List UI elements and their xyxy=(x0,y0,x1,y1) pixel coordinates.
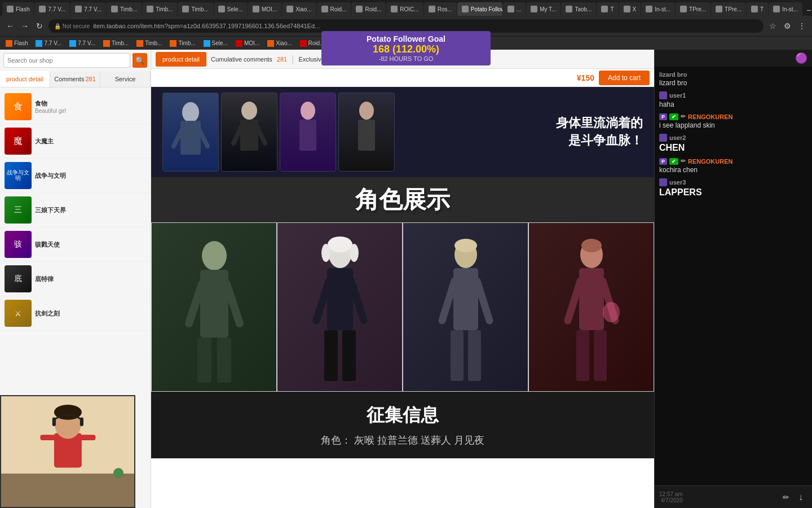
tab-8[interactable]: Xiao... xyxy=(282,2,316,16)
product-detail-button[interactable]: product detail xyxy=(156,52,206,67)
sidebar-game-item[interactable]: 魔 大魔主 xyxy=(0,124,151,159)
tab-label: Xiao... xyxy=(295,6,311,12)
tab-label: Taob... xyxy=(575,6,592,12)
tab-17[interactable]: T xyxy=(597,2,618,16)
chat-panel: 🟣 lizard bro lizard bro user1 xyxy=(654,50,812,508)
chat-edit-button[interactable]: ✏ xyxy=(783,493,789,502)
minimize-button[interactable]: − xyxy=(803,5,812,16)
section-title-display: 角色展示 xyxy=(151,177,654,222)
svg-line-7 xyxy=(257,126,265,143)
chat-username: lizard bro xyxy=(659,71,807,78)
tab-10[interactable]: Roid... xyxy=(351,2,386,16)
tab-12[interactable]: Ros... xyxy=(424,2,457,16)
add-to-cart-button[interactable]: Add to cart xyxy=(599,71,650,85)
follower-goal-title: Potato Follower Goal xyxy=(333,34,479,43)
reload-button[interactable]: ↻ xyxy=(34,20,45,32)
game-info: 食物 Beautiful girl xyxy=(35,99,146,114)
back-button[interactable]: ← xyxy=(5,20,16,32)
bookmark-4[interactable]: Timb... xyxy=(133,38,165,49)
forward-button[interactable]: → xyxy=(19,20,30,32)
tab-label: 7.7 V... xyxy=(84,6,102,12)
svg-rect-33 xyxy=(468,330,481,381)
tab-4[interactable]: Timb... xyxy=(142,2,177,16)
sidebar-game-item[interactable]: 三 三娘下天界 xyxy=(0,193,151,227)
sidebar-game-item[interactable]: ⚔ 抗剑之刻 xyxy=(0,296,151,331)
tab-favicon xyxy=(429,6,435,12)
svg-rect-32 xyxy=(451,330,464,381)
subscriber-badge xyxy=(659,178,667,186)
tab-19[interactable]: In-st... xyxy=(641,2,675,16)
menu-button[interactable]: ⋮ xyxy=(796,20,807,32)
tab-label: Roid... xyxy=(330,6,347,12)
bookmark-7[interactable]: MOI... xyxy=(232,38,263,49)
tab-1[interactable]: 7.7 V... xyxy=(34,2,70,16)
tab-11[interactable]: ROIC... xyxy=(386,2,423,16)
sidebar-nav-service[interactable]: Service xyxy=(100,71,151,87)
tab-3[interactable]: Timb... xyxy=(107,2,142,16)
sidebar-nav-service-label: Service xyxy=(115,76,136,82)
sidebar-game-item[interactable]: 底 底特律 xyxy=(0,262,151,296)
svg-rect-5 xyxy=(240,120,258,151)
character-display xyxy=(162,93,395,172)
sidebar-game-item[interactable]: 食 食物 Beautiful girl xyxy=(0,90,151,124)
game-name: 战争与文明 xyxy=(35,172,146,180)
tab-favicon xyxy=(75,6,82,12)
bookmark-6[interactable]: Sele... xyxy=(200,38,231,49)
bookmark-button[interactable]: ☆ xyxy=(767,20,778,32)
tab-favicon xyxy=(531,6,537,12)
tab-14[interactable]: ... xyxy=(503,2,526,16)
bookmark-5[interactable]: Timb... xyxy=(166,38,198,49)
bookmark-8[interactable]: Xiao... xyxy=(264,38,295,49)
svg-point-20 xyxy=(321,244,330,262)
bookmark-3[interactable]: Timb... xyxy=(100,38,132,49)
tab-label: T xyxy=(610,6,614,12)
tab-active[interactable]: Potato Follower Goa... × xyxy=(457,2,502,16)
subscriber-badge xyxy=(659,91,667,99)
tab-5[interactable]: Timb... xyxy=(178,2,213,16)
tab-6[interactable]: Sele... xyxy=(214,2,248,16)
chat-scroll-button[interactable]: ↓ xyxy=(794,491,807,504)
tab-15[interactable]: My T... xyxy=(526,2,561,16)
game-info: 抗剑之刻 xyxy=(35,309,146,318)
bookmark-2[interactable]: 7.7 V... xyxy=(66,38,99,49)
chat-message: user2 CHEN xyxy=(659,134,807,153)
tab-favicon xyxy=(646,6,652,12)
sidebar-nav-comments[interactable]: Comments 281 xyxy=(50,71,100,87)
tab-22[interactable]: T xyxy=(747,2,768,16)
sidebar-nav-detail[interactable]: product detail xyxy=(0,71,50,87)
tab-favicon xyxy=(773,6,780,12)
sidebar-game-item[interactable]: 战争与文明 战争与文明 xyxy=(0,159,151,193)
tab-favicon xyxy=(680,6,687,12)
tab-21[interactable]: TPre... xyxy=(711,2,746,16)
edit-icon: ✏ xyxy=(681,157,686,165)
game-name: 大魔主 xyxy=(35,137,146,146)
tab-2[interactable]: 7.7 V... xyxy=(70,2,106,16)
tab-18[interactable]: X xyxy=(619,2,641,16)
search-button[interactable]: 🔍 xyxy=(133,53,147,68)
username-text: user1 xyxy=(669,92,686,99)
svg-line-15 xyxy=(227,284,240,323)
mod-badge: P xyxy=(659,158,667,165)
timestamp-date: 4/7/2020 xyxy=(661,497,683,503)
bookmark-1[interactable]: 7.7 V... xyxy=(32,38,65,49)
search-input[interactable] xyxy=(3,53,130,68)
svg-rect-26 xyxy=(342,330,356,381)
tab-23[interactable]: In-st... xyxy=(769,2,802,16)
game-info: 骇戮天使 xyxy=(35,240,146,249)
sidebar-game-list: 食 食物 Beautiful girl 魔 大魔主 xyxy=(0,87,151,333)
tab-9[interactable]: Roid... xyxy=(317,2,351,16)
extensions-button[interactable]: ⚙ xyxy=(782,20,793,32)
sidebar-game-item[interactable]: 骇 骇戮天使 xyxy=(0,227,151,262)
bookmark-label: Timb... xyxy=(178,40,195,46)
tab-label: Timb... xyxy=(191,6,208,12)
svg-point-0 xyxy=(182,102,199,122)
tab-20[interactable]: TPre... xyxy=(676,2,710,16)
tab-7[interactable]: MOI... xyxy=(248,2,281,16)
bookmark-favicon xyxy=(103,40,110,47)
tab-favicon xyxy=(321,6,328,12)
tab-flash[interactable]: Flash xyxy=(2,2,34,16)
bookmark-flash[interactable]: Flash xyxy=(2,38,31,49)
tab-16[interactable]: Taob... xyxy=(561,2,596,16)
svg-point-21 xyxy=(350,244,359,262)
chat-text-lappers: LAPPERS xyxy=(659,187,807,198)
